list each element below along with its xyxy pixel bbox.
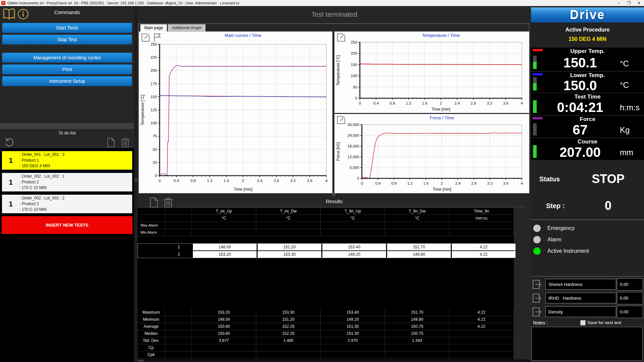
gauge-block-force: Force67Kg xyxy=(531,116,644,137)
stats-row-cpk: Cpk xyxy=(138,351,514,358)
close-button[interactable]: ✕ xyxy=(634,0,644,6)
svg-text:2: 2 xyxy=(441,181,443,185)
result-row-2[interactable]: 2153.20153.30149.20149.804.22 xyxy=(138,251,514,258)
tab-main-page[interactable]: Main page xyxy=(140,24,167,32)
svg-text:100: 100 xyxy=(351,74,357,78)
results-horizontal-scrollbar[interactable] xyxy=(138,359,531,362)
table-cell xyxy=(321,351,385,358)
insert-new-tests-button[interactable]: INSERT NEW TESTS xyxy=(2,216,132,234)
results-title: Results xyxy=(138,198,531,204)
edit-chart-icon[interactable] xyxy=(337,116,345,126)
gauge-label: Course xyxy=(531,138,644,145)
measure-value-field[interactable]: 0.00 xyxy=(617,306,643,318)
table-cell xyxy=(321,222,385,229)
svg-text:200: 200 xyxy=(351,51,357,55)
window-title: Gibitre Instruments srl - PressCheck rel… xyxy=(7,1,240,5)
table-cell: 150.60 xyxy=(192,330,256,337)
delete-trash-icon[interactable] xyxy=(121,137,130,149)
table-cell xyxy=(165,215,192,222)
sidebar-button-management-of-moulding-cycles[interactable]: Management of moulding cycles xyxy=(2,53,132,63)
todo-item-text: : Order_002 : Lot_002 : 2: Product 2: 17… xyxy=(19,195,64,213)
tab-additional-graph[interactable]: Additional Graph xyxy=(168,24,206,32)
table-cell: Average xyxy=(138,323,165,330)
measure-name-field[interactable]: ShoreA Hardness xyxy=(545,279,616,290)
sidebar-button-print[interactable]: Print xyxy=(2,64,132,74)
table-cell xyxy=(192,222,256,229)
svg-text:30,000: 30,000 xyxy=(347,123,359,127)
table-cell: 149.80 xyxy=(385,316,449,323)
svg-text:0.4: 0.4 xyxy=(174,179,179,183)
horizontal-splitter-handle[interactable] xyxy=(332,193,335,196)
svg-text:Force [kG]: Force [kG] xyxy=(336,142,340,161)
svg-text:4: 4 xyxy=(521,181,523,185)
todo-item-3[interactable]: 1: Order_002 : Lot_002 : 2: Product 2: 1… xyxy=(2,194,132,214)
result-value-cell: 151.70 xyxy=(387,244,451,250)
svg-text:1.6: 1.6 xyxy=(423,181,429,185)
table-cell xyxy=(256,222,321,229)
measure-value-field[interactable]: 0.00 xyxy=(617,278,643,291)
measure-row-density: Density0.00 xyxy=(531,306,644,318)
table-cell: 153.20 xyxy=(192,309,256,316)
command-buttons: Start TestsStop TestManagement of mouldi… xyxy=(2,23,132,88)
todo-item-text: : Order_002 : Lot_002 : 1: Product 2: 17… xyxy=(19,174,64,191)
indicator-label: Emergency xyxy=(547,225,575,231)
measure-value-field[interactable]: 0.00 xyxy=(617,292,643,304)
sidebar-button-instrument-setup[interactable]: Instrument Setup xyxy=(2,76,132,86)
commands-sidebar: Commands Start TestsStop TestManagement … xyxy=(0,6,134,362)
table-cell xyxy=(165,208,192,215)
svg-text:0.4: 0.4 xyxy=(375,181,381,185)
measure-name-field[interactable]: IRHD Hardness xyxy=(545,293,616,303)
svg-text:Time [min]: Time [min] xyxy=(432,107,450,112)
export-arrow-icon[interactable] xyxy=(532,293,542,305)
refresh-icon[interactable] xyxy=(4,137,14,149)
window-titlebar: P Gibitre Instruments srl - PressCheck r… xyxy=(0,0,644,6)
maximize-button[interactable]: ❐ xyxy=(624,0,634,6)
edit-chart-icon[interactable] xyxy=(141,33,150,43)
table-cell: T_fin_Up xyxy=(321,208,385,215)
minimize-button[interactable]: – xyxy=(614,0,624,6)
table-cell: Minimum xyxy=(138,316,165,323)
active-procedure-label: Active Procedure xyxy=(531,27,644,33)
todo-item-1[interactable]: 1: Order_001 : Lot_001 : 3: Product 1: 1… xyxy=(2,151,132,170)
export-arrow-icon[interactable] xyxy=(532,307,542,318)
svg-text:0.8: 0.8 xyxy=(390,101,395,105)
vertical-splitter[interactable] xyxy=(134,6,138,362)
measure-name-field[interactable]: Density xyxy=(545,306,616,317)
level-gauge xyxy=(533,123,537,135)
svg-text:2.8: 2.8 xyxy=(471,181,477,185)
notes-textarea[interactable] xyxy=(532,327,643,361)
sidebar-button-start-tests[interactable]: Start Tests xyxy=(2,23,132,33)
result-row-1[interactable]: 1148.00151.20153.40151.704.22 xyxy=(138,244,514,250)
result-value-cell: 148.00 xyxy=(193,244,257,250)
new-document-icon[interactable] xyxy=(107,137,115,149)
svg-text:2.4: 2.4 xyxy=(454,101,460,105)
save-for-next-test-checkbox[interactable] xyxy=(580,320,586,325)
svg-text:0.8: 0.8 xyxy=(391,181,396,185)
table-cell: °C xyxy=(192,215,256,222)
indicator-light xyxy=(533,247,541,255)
results-stats-grid: Maximum153.20153.30153.40151.704.22Minim… xyxy=(138,309,514,358)
svg-text:1.6: 1.6 xyxy=(422,101,427,105)
svg-text:3.6: 3.6 xyxy=(503,101,508,105)
todo-item-2[interactable]: 1: Order_002 : Lot_002 : 1: Product 2: 1… xyxy=(2,173,132,192)
export-arrow-icon[interactable] xyxy=(532,279,542,291)
flag-marker-icon[interactable] xyxy=(153,33,161,44)
table-cell: 151.30 xyxy=(321,323,385,330)
panel-divider xyxy=(531,220,644,220)
series-color-dash xyxy=(533,117,543,119)
svg-text:Main curves / Time: Main curves / Time xyxy=(225,33,261,38)
level-gauge xyxy=(533,77,537,90)
table-cell xyxy=(449,344,514,351)
results-data-grid[interactable]: 1148.00151.20153.40151.704.222153.20153.… xyxy=(138,243,514,258)
table-cell: 4.22 xyxy=(449,309,514,316)
gauge-value: 0:04:21 xyxy=(541,101,619,114)
svg-text:100: 100 xyxy=(151,121,157,125)
notes-label: Notes : xyxy=(533,320,548,325)
todo-item-text: : Order_001 : Lot_001 : 3: Product 1: 15… xyxy=(19,152,64,169)
table-cell xyxy=(385,351,449,358)
edit-chart-icon[interactable] xyxy=(337,33,345,43)
gauge-unit: °C xyxy=(620,80,642,90)
sidebar-button-stop-test[interactable]: Stop Test xyxy=(2,35,132,45)
level-gauge xyxy=(533,56,537,69)
measure-row-shorea-hardness: ShoreA Hardness0.00 xyxy=(531,279,644,290)
